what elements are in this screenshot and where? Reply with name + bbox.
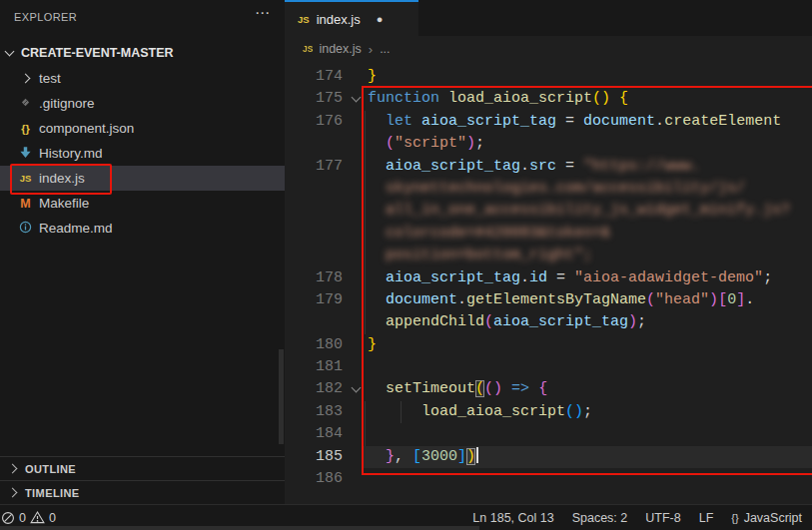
file-icon-slot — [17, 96, 34, 111]
modified-dot-icon[interactable]: ● — [377, 13, 384, 25]
sidebar-item-component-json[interactable]: {}component.json — [0, 116, 285, 141]
code-line[interactable]: 183 load_aioa_script(); — [285, 401, 812, 423]
code-line[interactable]: colorcode=#420083&token=& — [285, 223, 812, 245]
code-text: } — [368, 66, 377, 88]
indent-guide — [365, 156, 366, 178]
line-number[interactable]: 181 — [316, 356, 343, 378]
breadcrumb-symbol[interactable]: ... — [380, 42, 390, 56]
code-token: aioa_script_tag — [493, 313, 628, 330]
status-javascript[interactable]: {}JavaScript — [731, 511, 802, 525]
line-gutter: 177 — [285, 156, 362, 178]
line-number[interactable]: 178 — [316, 267, 343, 289]
code-token: ) — [466, 448, 475, 465]
blurred-string-token: all_in_one_accessibility_js_widget_minif… — [386, 200, 790, 222]
line-number[interactable]: 186 — [316, 468, 343, 490]
js-file-icon: JS — [298, 14, 310, 25]
code-token: ( — [484, 380, 493, 397]
status-utf-8[interactable]: UTF-8 — [645, 511, 680, 525]
file-icon-slot — [17, 221, 34, 237]
code-token: . — [655, 113, 664, 130]
workspace-root-folder[interactable]: CREATE-EVENT-MASTER — [0, 40, 285, 66]
file-label: component.json — [39, 121, 134, 136]
sidebar-item-makefile[interactable]: MMakefile — [0, 191, 285, 216]
code-token: "script" — [395, 135, 466, 152]
section-timeline[interactable]: TIMELINE — [0, 480, 285, 504]
code-line[interactable]: 175function load_aioa_script() { — [285, 88, 812, 110]
code-text: skynettechnologies.com/accessibility/js/ — [368, 178, 745, 200]
breadcrumb-file[interactable]: index.js — [319, 42, 361, 56]
code-token: ( — [565, 403, 574, 420]
code-text: aioa_script_tag.id = "aioa-adawidget-dem… — [368, 267, 772, 289]
code-token — [439, 90, 448, 107]
line-number[interactable]: 174 — [316, 66, 343, 88]
tab-index-js[interactable]: JS index.js ● — [285, 0, 418, 36]
code-token — [368, 202, 386, 219]
status-ln-185-col-13[interactable]: Ln 185, Col 13 — [472, 511, 553, 525]
sidebar-item-index-js[interactable]: JSindex.js — [0, 166, 285, 191]
code-token: { — [538, 380, 547, 397]
js-file-icon: JS — [303, 44, 313, 54]
more-actions-icon[interactable]: ⋯ — [255, 4, 271, 22]
code-line[interactable]: ("script"); — [285, 133, 812, 155]
blurred-string-token: position=bottom_right"; — [386, 245, 592, 266]
sidebar-item-readme-md[interactable]: Readme.md — [0, 216, 285, 241]
code-token — [368, 403, 421, 420]
fold-chevron-icon[interactable] — [352, 383, 362, 393]
line-gutter — [285, 133, 362, 155]
code-line[interactable]: position=bottom_right"; — [285, 245, 812, 266]
code-line[interactable]: 181 — [285, 356, 812, 378]
code-token: ( — [484, 313, 493, 330]
blurred-string-token: skynettechnologies.com/accessibility/js/ — [386, 178, 745, 200]
markdown-icon — [19, 146, 32, 162]
code-line[interactable]: 186 — [285, 468, 812, 490]
code-line[interactable]: skynettechnologies.com/accessibility/js/ — [285, 178, 812, 200]
sidebar-item-history-md[interactable]: History.md — [0, 141, 285, 166]
code-text: position=bottom_right"; — [368, 245, 592, 266]
code-line[interactable]: 178 aioa_script_tag.id = "aioa-adawidget… — [285, 267, 812, 289]
problems-widget[interactable]: 0 0 — [0, 510, 56, 525]
json-braces-icon: {} — [21, 123, 30, 135]
status-spaces-2[interactable]: Spaces: 2 — [572, 511, 628, 525]
code-token — [368, 269, 386, 286]
line-number[interactable]: 185 — [316, 446, 343, 468]
status-lf[interactable]: LF — [699, 511, 714, 525]
code-line[interactable]: 180} — [285, 334, 812, 356]
code-editor[interactable]: 174}175function load_aioa_script() {176 … — [285, 62, 812, 504]
code-line[interactable]: 177 aioa_script_tag.src = "https://www. — [285, 156, 812, 178]
code-text: let aioa_script_tag = document.createEle… — [368, 111, 781, 133]
line-number[interactable]: 179 — [316, 289, 343, 311]
code-token: = — [556, 113, 583, 130]
indent-guide — [365, 245, 366, 266]
line-number[interactable]: 184 — [316, 423, 343, 445]
line-gutter — [285, 311, 362, 333]
line-number[interactable]: 183 — [316, 401, 343, 423]
line-number[interactable]: 180 — [316, 334, 343, 356]
code-token — [368, 113, 386, 130]
line-number[interactable]: 175 — [316, 88, 343, 110]
code-line[interactable]: 176 let aioa_script_tag = document.creat… — [285, 111, 812, 133]
line-number[interactable]: 182 — [316, 378, 343, 400]
code-token: createElement — [664, 113, 781, 130]
code-line[interactable]: 185 }, [3000]) — [285, 446, 812, 468]
section-outline[interactable]: OUTLINE — [0, 456, 285, 480]
code-line[interactable]: appendChild(aioa_script_tag); — [285, 311, 812, 333]
code-token: } — [386, 448, 395, 465]
file-label: Readme.md — [39, 221, 113, 236]
line-gutter: 184 — [285, 423, 362, 445]
code-line[interactable]: 184 — [285, 423, 812, 445]
code-line[interactable]: 182 setTimeout(() => { — [285, 378, 812, 400]
code-line[interactable]: 174} — [285, 66, 812, 88]
line-number[interactable]: 176 — [316, 111, 343, 133]
code-line[interactable]: 179 document.getElementsByTagName("head"… — [285, 289, 812, 311]
sidebar-item--gitignore[interactable]: .gitignore — [0, 91, 285, 116]
code-token — [368, 448, 386, 465]
line-number[interactable]: 177 — [316, 156, 343, 178]
sidebar-item-test[interactable]: test — [0, 66, 285, 91]
code-text: aioa_script_tag.src = "https://www. — [368, 156, 700, 178]
code-token: "head" — [655, 291, 709, 308]
code-token: document — [583, 113, 655, 130]
code-line[interactable]: all_in_one_accessibility_js_widget_minif… — [285, 200, 812, 222]
sidebar-scrollbar-thumb[interactable] — [279, 349, 284, 444]
fold-chevron-icon[interactable] — [352, 93, 362, 103]
chevron-down-icon — [5, 47, 15, 57]
